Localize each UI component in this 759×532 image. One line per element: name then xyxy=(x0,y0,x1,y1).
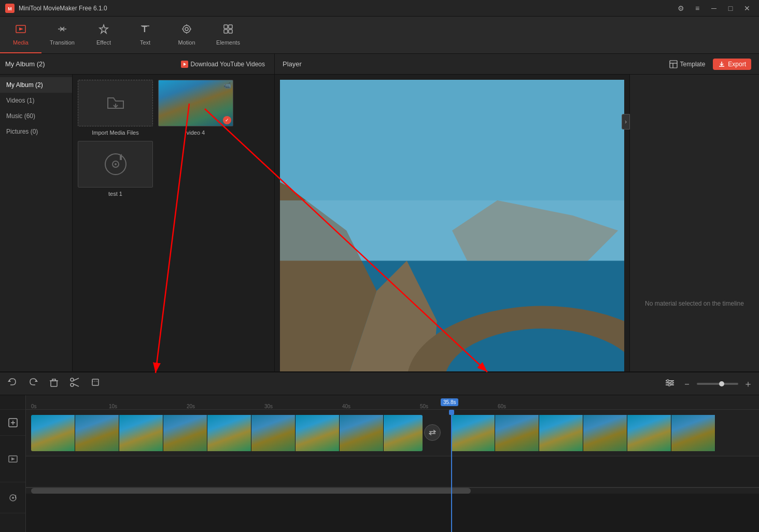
import-label: Import Media Files xyxy=(92,130,138,136)
zoom-slider[interactable] xyxy=(697,383,738,385)
svg-text:M: M xyxy=(8,6,12,11)
menu-button[interactable]: ≡ xyxy=(691,4,704,13)
clip-join-button[interactable] xyxy=(424,424,441,441)
clip-frame xyxy=(75,415,119,451)
video-media-item[interactable]: 📹 ✓ video 4 xyxy=(158,80,233,136)
export-button[interactable]: Export xyxy=(713,59,751,70)
video-clip-1[interactable] xyxy=(31,415,423,451)
timeline-scrollbar[interactable] xyxy=(26,487,759,494)
export-label: Export xyxy=(728,61,746,68)
svg-point-17 xyxy=(115,163,117,165)
crop-button[interactable] xyxy=(88,375,103,392)
ruler-mark-6: 60s xyxy=(498,404,506,409)
effect-icon xyxy=(98,23,109,37)
close-button[interactable]: ✕ xyxy=(740,4,754,13)
clip-frame xyxy=(583,415,627,451)
left-panel-header: My Album (2) Download YouTube Videos xyxy=(0,54,274,75)
media-label: Media xyxy=(13,39,29,46)
svg-marker-39 xyxy=(8,380,11,382)
timeline-tracks: 0s 10s 20s 30s 40s 50s 60s 35.8s xyxy=(26,395,759,532)
audio-track xyxy=(26,456,759,487)
zoom-handle[interactable] xyxy=(719,381,724,386)
clip-frame xyxy=(539,415,583,451)
svg-rect-10 xyxy=(224,30,228,33)
maximize-button[interactable]: □ xyxy=(724,4,737,13)
video-label: video 4 xyxy=(187,130,205,136)
clip-frame xyxy=(119,415,163,451)
cut-button[interactable] xyxy=(67,375,82,392)
svg-point-53 xyxy=(671,382,673,384)
settings-button[interactable]: ⚙ xyxy=(674,4,687,13)
player-header-right: Template Export xyxy=(669,59,751,70)
timeline-left-bar xyxy=(0,395,26,532)
clip-frame xyxy=(384,415,423,451)
svg-marker-59 xyxy=(11,457,15,461)
player-title: Player xyxy=(283,60,302,68)
download-youtube-button[interactable]: Download YouTube Videos xyxy=(177,59,269,70)
minimize-button[interactable]: ─ xyxy=(707,4,721,13)
zoom-out-button[interactable]: － xyxy=(681,377,693,391)
timeline-ruler: 0s 10s 20s 30s 40s 50s 60s xyxy=(26,395,759,410)
no-material-text: No material selected on the timeline xyxy=(635,290,754,318)
clip-frame xyxy=(627,415,671,451)
svg-point-54 xyxy=(668,384,670,386)
playhead-line: 35.8s xyxy=(451,410,452,532)
undo-button[interactable] xyxy=(5,375,20,392)
app-title: MiniTool MovieMaker Free 6.1.0 xyxy=(19,5,107,12)
template-button[interactable]: Template xyxy=(669,60,706,68)
transition-label: Transition xyxy=(50,39,75,46)
video-thumb[interactable]: 📹 ✓ xyxy=(158,80,233,126)
clip-frame xyxy=(296,415,340,451)
tab-music[interactable]: Music (60) xyxy=(0,108,72,124)
clip-frame xyxy=(340,415,384,451)
toolbar-item-text[interactable]: T Text xyxy=(124,17,166,53)
effect-label: Effect xyxy=(96,39,111,46)
redo-button[interactable] xyxy=(26,375,40,392)
toolbar-item-media[interactable]: Media xyxy=(0,17,41,53)
playhead-marker xyxy=(449,410,454,415)
svg-marker-3 xyxy=(100,25,108,33)
clip-frame xyxy=(671,415,715,451)
app-icon: M xyxy=(5,4,15,13)
svg-rect-31 xyxy=(280,200,624,261)
toolbar-item-elements[interactable]: Elements xyxy=(207,17,249,53)
tab-my-album[interactable]: My Album (2) xyxy=(0,77,72,93)
video-clip-2[interactable] xyxy=(451,415,741,451)
zoom-in-button[interactable]: ＋ xyxy=(742,377,754,391)
svg-rect-8 xyxy=(224,25,228,28)
toolbar-item-motion[interactable]: Motion xyxy=(166,17,207,53)
add-track-button[interactable] xyxy=(0,410,25,436)
elements-icon xyxy=(222,23,234,37)
audio-thumb[interactable] xyxy=(78,141,153,188)
timeline-tools-right: － ＋ xyxy=(663,376,754,392)
toolbar-item-transition[interactable]: Transition xyxy=(41,17,83,53)
panel-toggle[interactable]: › xyxy=(622,114,630,130)
audio-track-icon xyxy=(0,482,25,513)
check-icon: ✓ xyxy=(223,116,231,124)
album-title: My Album (2) xyxy=(5,60,45,68)
ruler-mark-4: 40s xyxy=(342,404,350,409)
delete-button[interactable] xyxy=(47,375,61,392)
download-label: Download YouTube Videos xyxy=(191,61,265,68)
audio-media-item[interactable]: test 1 xyxy=(78,141,153,197)
text-label: Text xyxy=(140,39,150,46)
template-icon xyxy=(669,60,678,68)
video-thumbnail xyxy=(159,80,233,126)
svg-rect-18 xyxy=(670,61,677,68)
clip-frame xyxy=(251,415,296,451)
import-media-thumb[interactable] xyxy=(78,80,153,126)
titlebar-controls: ⚙ ≡ ─ □ ✕ xyxy=(674,4,754,13)
ruler-mark-5: 50s xyxy=(420,404,428,409)
text-icon: T xyxy=(139,23,151,37)
motion-label: Motion xyxy=(178,39,195,46)
track-settings-button[interactable] xyxy=(663,376,677,392)
swap-icon xyxy=(428,428,437,437)
template-label: Template xyxy=(680,61,706,68)
toolbar-item-effect[interactable]: Effect xyxy=(83,17,124,53)
tab-videos[interactable]: Videos (1) xyxy=(0,93,72,108)
tab-pictures[interactable]: Pictures (0) xyxy=(0,124,72,139)
svg-point-52 xyxy=(667,380,669,382)
timeline: － ＋ 0s 10s 20s xyxy=(0,371,759,532)
import-media-item[interactable]: Import Media Files xyxy=(78,80,153,136)
scrollbar-thumb[interactable] xyxy=(31,488,471,494)
